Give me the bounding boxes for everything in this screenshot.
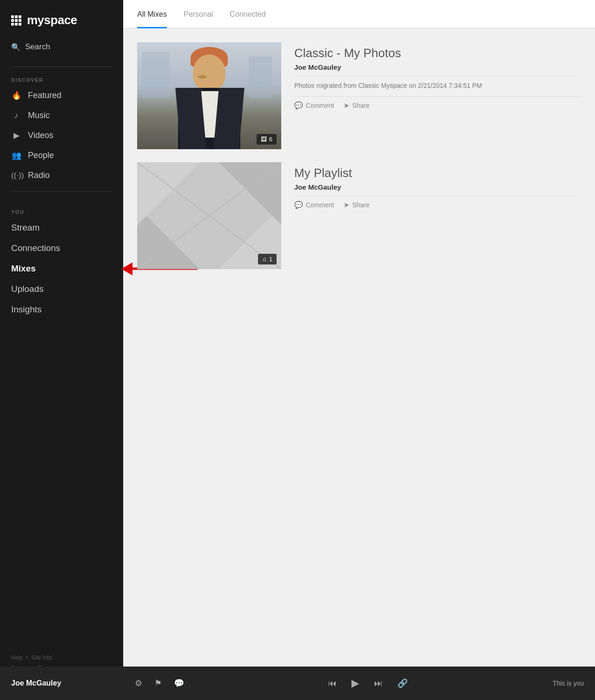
player-now-playing: This is you [553,680,584,687]
mix-info: My Playlist Joe McGauley 💬 Comment ➤ Sha… [294,162,581,269]
search-icon: 🔍 [11,43,20,52]
mix-description: Photos migrated from Classic Myspace on … [294,81,581,91]
loop-button[interactable]: 🔗 [395,675,410,691]
mix-author[interactable]: Joe McGauley [294,63,581,71]
share-icon: ➤ [344,101,350,110]
uploads-label: Uploads [11,284,44,294]
badge-icon: 🖼 [261,136,267,143]
discover-nav: 🔥 Featured ♪ Music ▶ Videos 👥 People ((·… [0,86,123,185]
badge-count: 6 [269,136,272,143]
sidebar-item-radio[interactable]: ((·)) Radio [0,165,123,185]
insights-label: Insights [11,304,41,315]
share-button[interactable]: ➤ Share [344,101,370,110]
player-bar: Joe McGauley ⚙ ⚑ 💬 ⏮ ▶ ⏭ 🔗 This is you [0,667,595,700]
play-icon: ▶ [351,677,359,689]
comment-button[interactable]: 💬 Comment [294,201,334,209]
mix-actions: 💬 Comment ➤ Share [294,101,581,110]
forward-button[interactable]: ⏭ [371,676,385,691]
mix-divider [294,196,581,196]
mixes-label: Mixes [11,264,36,274]
mixes-list: 🖼 6 Classic - My Photos Joe McGauley Pho… [123,28,595,700]
comment-icon: 💬 [294,201,303,209]
placeholder-pattern [137,162,281,269]
search-button[interactable]: 🔍 Search [0,39,123,61]
mix-photo [137,42,281,149]
mix-actions: 💬 Comment ➤ Share [294,201,581,209]
rewind-icon: ⏮ [328,679,337,688]
sidebar-item-insights[interactable]: Insights [0,299,123,320]
mix-info: Classic - My Photos Joe McGauley Photos … [294,42,581,149]
mix-card: ♫ 1 My Playlist Joe McGauley 💬 Comment [137,162,581,269]
sidebar-item-uploads[interactable]: Uploads [0,279,123,299]
mix-thumbnail[interactable]: 🖼 6 [137,42,281,149]
sidebar-item-label: People [28,151,54,160]
tabs-bar: All Mixes Personal Connected [123,0,595,28]
sidebar-divider [11,66,112,67]
sidebar-divider-2 [11,191,112,192]
sidebar: myspace 🔍 Search DISCOVER 🔥 Featured ♪ M… [0,0,123,700]
stream-label: Stream [11,223,40,233]
tab-connected[interactable]: Connected [230,0,265,28]
player-username: Joe McGauley [11,679,104,687]
mix-title[interactable]: My Playlist [294,166,581,180]
mix-divider [294,76,581,76]
sidebar-item-videos[interactable]: ▶ Videos [0,125,123,145]
sidebar-item-label: Radio [28,171,50,180]
fire-icon: 🔥 [11,91,21,100]
chat-button[interactable]: 💬 [171,675,187,691]
sidebar-item-stream[interactable]: Stream [0,218,123,238]
sidebar-item-label: Music [28,111,50,120]
sidebar-item-label: Videos [28,131,53,140]
logo-text: myspace [27,13,77,27]
sidebar-item-connections[interactable]: Connections [0,238,123,258]
sidebar-item-people[interactable]: 👥 People [0,145,123,165]
settings-button[interactable]: ⚙ [132,675,145,691]
player-controls: ⏮ ▶ ⏭ 🔗 [187,674,549,692]
tab-personal[interactable]: Personal [184,0,213,28]
rewind-button[interactable]: ⏮ [325,676,339,691]
comment-label: Comment [306,201,334,209]
comment-icon: 💬 [294,101,303,110]
arrow-head [121,262,132,275]
search-label: Search [25,42,50,52]
help-link[interactable]: Help [11,654,23,661]
mix-title[interactable]: Classic - My Photos [294,46,581,60]
share-button[interactable]: ➤ Share [344,201,370,209]
mix-divider-2 [294,96,581,97]
mix-thumbnail-placeholder[interactable]: ♫ 1 [137,162,281,269]
site-info-link[interactable]: Site Info [32,654,52,661]
comment-button[interactable]: 💬 Comment [294,101,334,110]
video-icon: ▶ [11,131,21,140]
you-section: YOU Stream Connections Mixes Uploads I [0,205,123,320]
player-settings-group: ⚙ ⚑ 💬 [132,675,187,691]
sidebar-item-label: Featured [28,91,61,100]
discover-section-label: DISCOVER [0,73,123,86]
you-section-label: YOU [0,205,123,218]
mix-card: 🖼 6 Classic - My Photos Joe McGauley Pho… [137,42,581,149]
radio-icon: ((·)) [11,171,21,180]
comment-label: Comment [306,102,334,109]
play-button[interactable]: ▶ [349,674,362,692]
share-label: Share [352,102,370,109]
share-icon: ➤ [344,201,350,209]
app-logo[interactable]: myspace [0,0,123,39]
share-label: Share [352,201,370,209]
sidebar-item-featured[interactable]: 🔥 Featured [0,86,123,106]
mix-count-badge: ♫ 1 [258,254,277,264]
logo-dots-icon [11,15,21,26]
person-figure [170,47,249,149]
flag-button[interactable]: ⚑ [152,675,165,691]
mix-author[interactable]: Joe McGauley [294,183,581,191]
forward-icon: ⏭ [374,679,383,688]
mix-count-badge: 🖼 6 [257,134,277,145]
connections-label: Connections [11,243,60,253]
sidebar-item-mixes[interactable]: Mixes [0,258,123,279]
badge-count: 1 [269,256,272,263]
main-content: All Mixes Personal Connected [123,0,595,700]
music-icon: ♪ [11,111,21,120]
tab-all-mixes[interactable]: All Mixes [137,0,167,28]
people-icon: 👥 [11,151,21,160]
badge-icon: ♫ [262,256,267,263]
sidebar-item-music[interactable]: ♪ Music [0,106,123,125]
loop-icon: 🔗 [397,678,408,688]
